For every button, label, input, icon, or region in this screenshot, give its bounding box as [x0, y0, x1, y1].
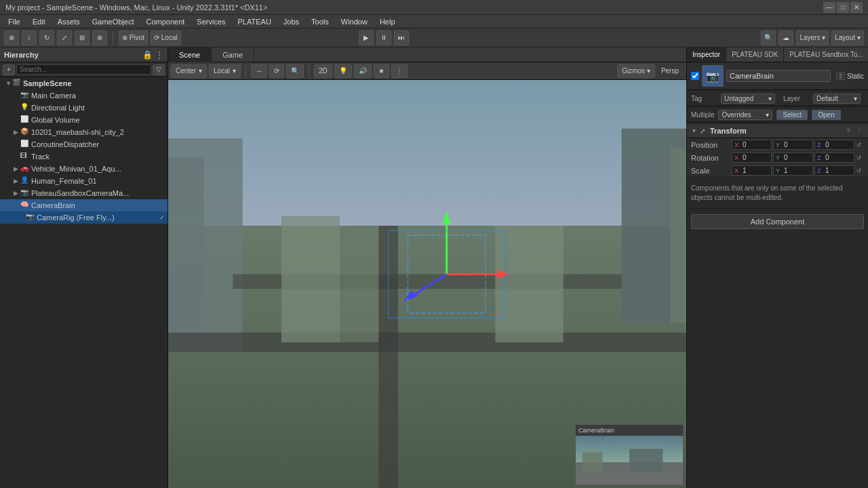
scale-reset-icon[interactable]: ↺ — [854, 166, 864, 176]
hierarchy-item-vehicle[interactable]: ▶ 🚗 Vehicle_Minivan_01_Aqu... — [0, 163, 167, 175]
hierarchy-toolbar: + ▽ — [0, 62, 167, 77]
cloud-button[interactable]: ☁ — [778, 30, 793, 45]
rotation-x-field[interactable]: X 0 — [732, 152, 772, 163]
window-controls[interactable]: — □ ✕ — [823, 2, 863, 13]
menu-jobs[interactable]: Jobs — [278, 16, 304, 27]
menu-component[interactable]: Component — [140, 16, 190, 27]
object-name-input[interactable] — [726, 70, 831, 82]
menu-assets[interactable]: Assets — [52, 16, 85, 27]
maximize-button[interactable]: □ — [837, 2, 849, 13]
local-toggle[interactable]: ⟳ Local — [151, 30, 181, 45]
position-row: Position X 0 Y 0 Z 0 ↺ — [687, 138, 868, 151]
dirlight-icon: 💡 — [20, 103, 30, 113]
transform-more-icon[interactable]: ⋮ — [854, 126, 864, 136]
zoom-tool[interactable]: 🔍 — [286, 64, 304, 78]
rot-x-value: 0 — [743, 154, 747, 161]
inspector-tab-bar: Inspector PLATEAU SDK PLATEAU Sandbox To… — [687, 47, 868, 62]
2d-toggle[interactable]: 2D — [314, 64, 332, 78]
object-active-checkbox[interactable] — [691, 72, 699, 80]
tool-translate[interactable]: ↕ — [22, 30, 37, 45]
layers-dropdown[interactable]: Layers ▾ — [796, 30, 829, 45]
open-button[interactable]: Open — [812, 110, 840, 120]
scene-3d-view: CameraBrain — [168, 80, 686, 488]
position-reset-icon[interactable]: ↺ — [854, 140, 864, 150]
plateausandbox-label: PlateauSandboxCameraMa... — [31, 189, 129, 197]
tag-dropdown[interactable]: Untagged ▾ — [721, 94, 775, 104]
menu-tools[interactable]: Tools — [306, 16, 334, 27]
pos-y-value: 0 — [784, 141, 788, 148]
hierarchy-search-input[interactable] — [16, 64, 151, 75]
hierarchy-item-scene[interactable]: ▼ 🎬 SampleScene — [0, 77, 167, 89]
transform-help-icon[interactable]: ? — [844, 126, 853, 136]
hierarchy-item-plateausandbox[interactable]: ▶ 📷 PlateauSandboxCameraMa... — [0, 187, 167, 199]
rotation-reset-icon[interactable]: ↺ — [854, 153, 864, 163]
menu-gameobject[interactable]: GameObject — [87, 16, 140, 27]
pivot-toggle[interactable]: ⊕ Pivot — [119, 30, 148, 45]
move-tool[interactable]: ↔ — [251, 64, 267, 78]
select-button[interactable]: Select — [776, 110, 808, 120]
menu-edit[interactable]: Edit — [27, 16, 51, 27]
maincam-label: Main Camera — [31, 92, 76, 100]
scale-z-field[interactable]: Z 1 — [814, 165, 854, 176]
inspector-tab-sandbox[interactable]: PLATEAU Sandbox To... — [784, 47, 868, 62]
overrides-dropdown[interactable]: Overrides ▾ — [718, 110, 772, 120]
hierarchy-item-dirlight[interactable]: 💡 Directional Light — [0, 102, 167, 114]
hierarchy-lock-icon[interactable]: 🔒 — [142, 50, 153, 60]
position-z-field[interactable]: Z 0 — [814, 140, 854, 150]
scene-options[interactable]: ⋮ — [391, 64, 408, 78]
hierarchy-item-human[interactable]: ▶ 👤 Human_Female_01 — [0, 175, 167, 187]
tool-rect[interactable]: ⊞ — [75, 30, 90, 45]
main-layout: Hierarchy 🔒 ⋮ + ▽ ▼ 🎬 SampleScene 📷 Main — [0, 47, 868, 488]
layout-dropdown[interactable]: Layout ▾ — [831, 30, 864, 45]
close-button[interactable]: ✕ — [850, 2, 863, 13]
transform-section-header[interactable]: ▼ ⤢ Transform ? ⋮ — [687, 124, 868, 138]
hierarchy-item-coroutine[interactable]: ⬜ CoroutineDispatcher — [0, 138, 167, 150]
hierarchy-menu-icon[interactable]: ⋮ — [155, 50, 163, 60]
hierarchy-item-maebashi[interactable]: ▶ 📦 10201_maebashi-shi_city_2 — [0, 126, 167, 138]
tool-rotate[interactable]: ↻ — [39, 30, 54, 45]
lights-toggle[interactable]: 💡 — [334, 64, 352, 78]
add-component-button[interactable]: Add Component — [691, 214, 864, 229]
pause-button[interactable]: ⏸ — [376, 30, 391, 45]
scene-tab[interactable]: Scene — [168, 47, 212, 62]
rotation-y-field[interactable]: Y 0 — [773, 152, 813, 163]
hierarchy-item-track[interactable]: 🎞 Track — [0, 150, 167, 163]
tool-custom[interactable]: ⊕ — [92, 30, 107, 45]
scene-viewport[interactable]: CameraBrain — [168, 80, 686, 488]
layer-dropdown[interactable]: Default ▾ — [813, 94, 861, 104]
fx-toggle[interactable]: ★ — [374, 64, 389, 78]
menu-file[interactable]: File — [3, 16, 26, 27]
play-button[interactable]: ▶ — [359, 30, 374, 45]
hierarchy-item-camerabrain[interactable]: 🧠 CameraBrain — [0, 199, 167, 211]
inspector-tab-plateau[interactable]: PLATEAU SDK — [726, 47, 784, 62]
center-dropdown[interactable]: Center — [171, 64, 207, 78]
maincam-icon: 📷 — [20, 91, 30, 100]
menu-plateau[interactable]: PLATEAU — [233, 16, 277, 27]
hierarchy-add-button[interactable]: + — [3, 64, 15, 75]
rotation-z-field[interactable]: Z 0 — [814, 152, 854, 163]
scale-x-field[interactable]: X 1 — [732, 165, 772, 176]
position-fields: X 0 Y 0 Z 0 — [732, 140, 854, 150]
minimize-button[interactable]: — — [823, 2, 835, 13]
menu-window[interactable]: Window — [336, 16, 373, 27]
orbit-tool[interactable]: ⟳ — [269, 64, 284, 78]
gizmos-btn[interactable]: Gizmos ▾ — [617, 64, 655, 78]
hierarchy-item-globalvolume[interactable]: ⬜ Global Volume — [0, 114, 167, 126]
hierarchy-item-maincamera[interactable]: 📷 Main Camera — [0, 89, 167, 102]
audio-toggle[interactable]: 🔊 — [354, 64, 372, 78]
search-button[interactable]: 🔍 — [761, 30, 776, 45]
game-tab[interactable]: Game — [212, 47, 254, 62]
menu-help[interactable]: Help — [374, 16, 401, 27]
tool-move[interactable]: ⊕ — [4, 30, 19, 45]
tool-scale[interactable]: ⤢ — [57, 30, 72, 45]
menu-services[interactable]: Services — [191, 16, 231, 27]
step-button[interactable]: ⏭ — [394, 30, 409, 45]
scale-y-field[interactable]: Y 1 — [773, 165, 813, 176]
local-dropdown[interactable]: Local — [209, 64, 241, 78]
hierarchy-item-camerarig[interactable]: 📷 CameraRig (Free Fly...) ✓ — [0, 211, 167, 224]
inspector-tab-inspector[interactable]: Inspector — [687, 47, 726, 62]
position-y-field[interactable]: Y 0 — [773, 140, 813, 150]
rotation-row: Rotation X 0 Y 0 Z 0 ↺ — [687, 151, 868, 164]
position-x-field[interactable]: X 0 — [732, 140, 772, 150]
hierarchy-filter-button[interactable]: ▽ — [153, 64, 165, 75]
